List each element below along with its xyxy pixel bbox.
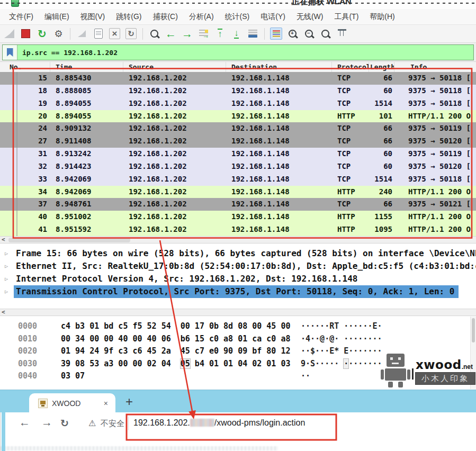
robot-arm-icon [407, 369, 410, 380]
expander-icon[interactable]: ▷ [5, 285, 8, 298]
scroll-left-arrow[interactable]: < [2, 309, 5, 315]
packet-row[interactable]: 198.894055192.168.1.202192.168.1.148TCP1… [0, 97, 476, 110]
detail-row[interactable]: ▷Frame 15: 66 bytes on wire (528 bits), … [0, 247, 476, 260]
packet-cell: 192.168.1.148 [226, 135, 332, 148]
open-capture-icon[interactable] [76, 28, 88, 40]
packet-cell: HTTP [332, 223, 369, 236]
detail-row[interactable]: ▷Internet Protocol Version 4, Src: 192.1… [0, 273, 476, 285]
go-last-packet-icon[interactable]: ↓ [230, 28, 243, 40]
packet-row[interactable]: 318.913242192.168.1.202192.168.1.148TCP6… [0, 148, 476, 160]
menu-item[interactable]: 编辑(E) [44, 12, 69, 22]
reload-icon[interactable]: ↻ [60, 417, 69, 429]
packet-cell: 8.894055 [50, 97, 123, 110]
detail-row[interactable]: ▷Ethernet II, Src: RealtekU_17:0b:8d (52… [0, 260, 476, 273]
capture-options-icon[interactable]: ⚙ [52, 28, 65, 40]
go-back-icon[interactable]: ← [165, 28, 177, 40]
detail-row[interactable]: ▷Transmission Control Protocol, Src Port… [0, 285, 476, 298]
menu-item[interactable]: 分析(A) [189, 12, 214, 22]
column-header[interactable]: Length [369, 62, 394, 72]
packet-cell: 192.168.1.202 [123, 97, 226, 110]
packet-row[interactable]: 188.888085192.168.1.202192.168.1.148TCP6… [0, 85, 476, 97]
auto-scroll-icon[interactable] [247, 28, 259, 40]
display-filter-field[interactable]: ip.src == 192.168.1.202 [2, 44, 474, 60]
find-packet-icon[interactable] [148, 28, 160, 40]
menu-bar: 文件(F)编辑(E)视图(V)跳转(G)捕获(C)分析(A)统计(S)电话(Y)… [0, 9, 476, 25]
column-header[interactable]: No. [0, 62, 50, 72]
zoom-out-icon[interactable]: − [303, 28, 315, 40]
menu-item[interactable]: 无线(W) [297, 12, 324, 22]
packet-list-hscrollbar[interactable]: < [0, 236, 476, 243]
packet-row[interactable]: 208.894055192.168.1.202192.168.1.148HTTP… [0, 110, 476, 123]
packet-cell: 8.909132 [50, 122, 123, 135]
capture-stop-icon[interactable] [20, 28, 32, 40]
menu-item[interactable]: 跳转(G) [116, 12, 141, 22]
packet-row[interactable]: 328.914423192.168.1.202192.168.1.148TCP6… [0, 160, 476, 173]
packet-cell: HTTP [332, 211, 369, 223]
magnifier-shape: − [304, 29, 314, 39]
menu-item[interactable]: 工具(T) [334, 12, 358, 22]
tab-title: XWOOD [52, 399, 104, 408]
packet-cell: 192.168.1.202 [123, 173, 226, 186]
go-forward-icon[interactable]: → [181, 28, 193, 40]
packet-row[interactable]: 378.948761192.168.1.202192.168.1.148TCP6… [0, 198, 476, 211]
packet-row[interactable]: 338.942069192.168.1.202192.168.1.148TCP1… [0, 173, 476, 186]
packet-row[interactable]: 158.885430192.168.1.202192.168.1.148TCP6… [0, 72, 476, 85]
expander-icon[interactable]: ▷ [5, 247, 8, 260]
packet-cell: 192.168.1.202 [123, 122, 226, 135]
colorize-packets-icon[interactable] [270, 28, 282, 40]
capture-restart-icon[interactable]: ↻ [36, 28, 48, 40]
close-capture-icon[interactable]: × [109, 28, 121, 40]
back-icon[interactable]: ← [19, 416, 30, 429]
go-first-packet-icon[interactable]: ↑ [214, 28, 226, 40]
packet-row[interactable]: 248.909132192.168.1.202192.168.1.148TCP6… [0, 122, 476, 135]
filter-bookmark-button[interactable] [3, 45, 17, 60]
zoom-in-icon[interactable]: + [286, 28, 299, 40]
url-suffix: /xwood-pms/login.action [214, 418, 306, 427]
packet-cell: 192.168.1.202 [123, 223, 226, 236]
tab-close-icon[interactable]: × [104, 399, 108, 408]
hex-row[interactable]: 0000c4 b3 01 bd c5 f5 52 54 00 17 0b 8d … [0, 320, 476, 333]
scrollbar-thumb[interactable] [8, 238, 130, 242]
menu-item[interactable]: 文件(F) [9, 12, 33, 22]
reload-capture-icon[interactable]: ↻ [125, 28, 137, 40]
zoom-reset-icon[interactable] [319, 28, 331, 40]
column-header[interactable]: Destination [226, 62, 332, 72]
packet-row[interactable]: 278.911408192.168.1.202192.168.1.148TCP6… [0, 135, 476, 148]
column-header[interactable]: Info [394, 62, 476, 72]
resize-columns-icon[interactable] [336, 28, 348, 40]
hex-row[interactable]: 001000 34 00 00 40 00 40 06 b6 15 c0 a8 … [0, 333, 476, 346]
capture-start-icon[interactable] [3, 28, 15, 40]
url-bar[interactable]: 192.168.1.202./xwood-pms/login.action [133, 418, 305, 428]
packet-row[interactable]: 348.942069192.168.1.202192.168.1.148HTTP… [0, 186, 476, 199]
details-hscrollbar[interactable]: < [0, 309, 476, 316]
scroll-left-arrow[interactable]: < [2, 237, 5, 243]
packet-cell: 31 [0, 148, 50, 160]
menu-item[interactable]: 电话(Y) [261, 12, 285, 22]
not-secure-warning-icon[interactable]: ⚠ [88, 418, 96, 428]
new-tab-button[interactable]: + [122, 393, 137, 410]
browser-tab[interactable]: XWOOD × [29, 393, 115, 413]
save-capture-icon[interactable] [92, 28, 104, 40]
packet-cell: 8.911408 [50, 135, 123, 148]
menu-item[interactable]: 帮助(H) [370, 12, 394, 22]
column-header[interactable]: Protocol [332, 62, 369, 72]
go-to-packet-icon[interactable] [197, 28, 210, 40]
forward-icon[interactable]: → [41, 416, 52, 429]
expander-icon[interactable]: ▷ [5, 260, 8, 273]
expander-icon[interactable]: ▷ [5, 273, 8, 285]
column-header[interactable]: Source [123, 62, 226, 72]
packet-row[interactable]: 418.951592192.168.1.202192.168.1.148HTTP… [0, 223, 476, 236]
packet-row[interactable]: 408.951002192.168.1.202192.168.1.148HTTP… [0, 211, 476, 223]
menu-item[interactable]: 捕获(C) [152, 12, 177, 22]
menu-item[interactable]: 视图(V) [80, 12, 105, 22]
packet-cell: 192.168.1.202 [123, 135, 226, 148]
column-header[interactable]: Time [50, 62, 123, 72]
robot-body-icon [385, 368, 406, 381]
scrollbar-thumb[interactable] [472, 318, 475, 342]
filter-input[interactable]: ip.src == 192.168.1.202 [17, 49, 118, 57]
packet-cell: 60 [369, 160, 394, 173]
menu-item[interactable]: 统计(S) [225, 12, 250, 22]
robot-arm-icon [381, 369, 384, 380]
browser-window: XWOOD × + ← → ↻ ⚠ 不安全 192.168.1.202./xwo… [0, 389, 476, 451]
packet-list-header[interactable]: No.TimeSourceDestinationProtocolLengthIn… [0, 62, 476, 73]
